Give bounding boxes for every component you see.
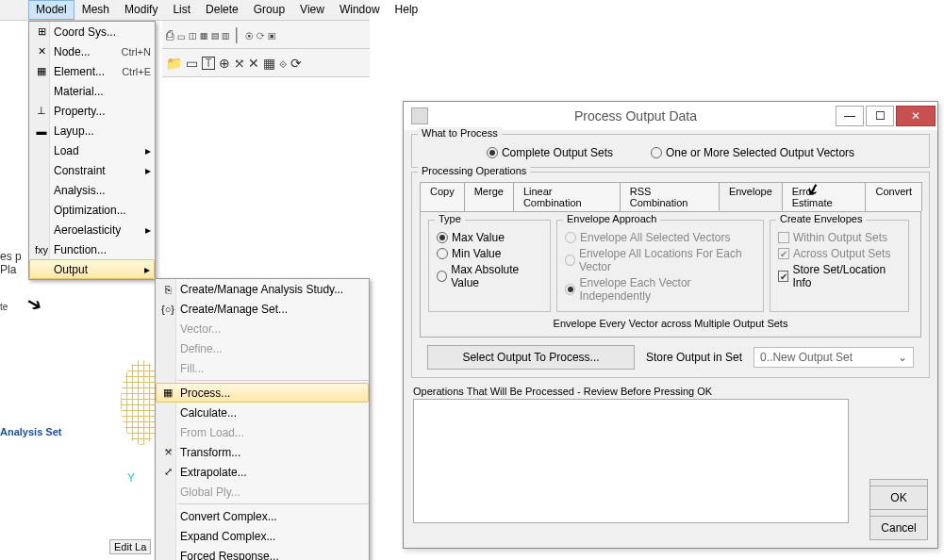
analysis-set-link[interactable]: Analysis Set xyxy=(0,426,61,437)
menu-window[interactable]: Window xyxy=(332,0,388,20)
menu-item-label: Global Ply... xyxy=(180,486,365,499)
menu-item-icon xyxy=(33,262,50,277)
menu-item-label: Forced Response... xyxy=(180,550,365,561)
output-menu-expand-complex-[interactable]: Expand Complex... xyxy=(156,526,369,546)
ok-button[interactable]: OK xyxy=(869,486,928,510)
output-menu-transform-[interactable]: ⤧Transform... xyxy=(156,442,369,462)
chk-store-info[interactable]: ✔Store Set/Location Info xyxy=(778,263,901,289)
menu-item-label: Extrapolate... xyxy=(180,466,365,479)
model-menu-node-[interactable]: ✕Node...Ctrl+N xyxy=(29,41,155,61)
y-axis-label: Y xyxy=(127,471,135,485)
maximize-button[interactable]: ☐ xyxy=(866,106,894,126)
model-menu-constraint[interactable]: Constraint▸ xyxy=(29,160,155,180)
model-menu-element-[interactable]: ▦Element...Ctrl+E xyxy=(29,61,155,81)
create-envelopes-group: Create Envelopes Within Output Sets ✔Acr… xyxy=(770,220,909,312)
menu-mesh[interactable]: Mesh xyxy=(75,0,117,20)
left-toolbar-col: 📂📘📊 xyxy=(0,21,27,549)
menu-item-label: Aeroelasticity xyxy=(54,223,151,237)
menu-item-icon: ▦ xyxy=(159,386,176,401)
menu-item-icon xyxy=(33,143,50,158)
model-menu-property-[interactable]: ⊥Property... xyxy=(29,101,155,121)
submenu-arrow-icon: ▸ xyxy=(145,164,151,177)
submenu-arrow-icon: ▸ xyxy=(145,223,151,237)
group-title: Create Envelopes xyxy=(776,213,866,224)
group-title: What to Process xyxy=(418,127,502,139)
close-button[interactable]: ✕ xyxy=(896,106,936,126)
menu-help[interactable]: Help xyxy=(388,0,426,20)
menu-item-icon: ⤧ xyxy=(159,445,176,460)
tab-merge[interactable]: Merge xyxy=(464,182,514,211)
menu-item-label: Create/Manage Set... xyxy=(180,303,365,316)
tab-copy[interactable]: Copy xyxy=(420,182,465,211)
model-menu-material-[interactable]: Material... xyxy=(29,81,155,101)
model-menu-analysis-[interactable]: Analysis... xyxy=(29,180,155,200)
menu-item-shortcut: Ctrl+N xyxy=(122,46,151,58)
output-submenu: ⎘Create/Manage Analysis Study...{○}Creat… xyxy=(155,278,370,560)
menu-item-icon xyxy=(159,509,176,524)
output-menu-process-[interactable]: ▦Process... xyxy=(156,383,369,403)
tab-rss-combination[interactable]: RSS Combination xyxy=(620,182,720,211)
output-menu-from-load-: From Load... xyxy=(156,422,369,442)
model-menu-layup-[interactable]: ▬Layup... xyxy=(29,121,155,140)
menu-view[interactable]: View xyxy=(292,0,332,20)
menu-item-label: Calculate... xyxy=(180,406,365,420)
menu-item-label: Convert Complex... xyxy=(180,510,365,523)
menu-modify[interactable]: Modify xyxy=(117,0,165,20)
model-menu-function-[interactable]: fxyFunction... xyxy=(29,239,155,259)
menu-item-label: From Load... xyxy=(180,426,365,439)
store-output-combo[interactable]: 0..New Output Set⌄ xyxy=(754,347,914,368)
menu-model[interactable]: Model xyxy=(28,0,75,20)
model-dropdown: ⊞Coord Sys...✕Node...Ctrl+N▦Element...Ct… xyxy=(28,21,156,280)
menu-item-icon: ✕ xyxy=(33,44,50,59)
menu-item-icon xyxy=(159,321,176,337)
menu-item-icon xyxy=(159,425,176,440)
output-menu-global-ply-: Global Ply... xyxy=(156,482,369,502)
output-menu-fill-: Fill... xyxy=(156,358,369,378)
radio-min-value[interactable]: Min Value xyxy=(437,247,542,260)
menu-item-label: Material... xyxy=(54,85,151,98)
radio-max-abs-value[interactable]: Max Absolute Value xyxy=(437,263,542,289)
menu-item-icon xyxy=(159,405,176,420)
model-menu-aeroelasticity[interactable]: Aeroelasticity▸ xyxy=(29,220,155,239)
output-menu-calculate-[interactable]: Calculate... xyxy=(156,403,369,422)
menu-item-label: Process... xyxy=(180,387,365,400)
menu-item-icon: ⊥ xyxy=(33,104,50,119)
tab-linear-combination[interactable]: Linear Combination xyxy=(513,182,621,211)
tab-convert[interactable]: Convert xyxy=(865,182,922,211)
output-menu-convert-complex-[interactable]: Convert Complex... xyxy=(156,506,369,526)
menu-item-label: Vector... xyxy=(180,322,365,336)
model-menu-coord-sys-[interactable]: ⊞Coord Sys... xyxy=(29,22,155,41)
output-menu-forced-response-[interactable]: Forced Response... xyxy=(156,546,369,560)
output-menu-define-: Define... xyxy=(156,338,369,358)
processing-ops-group: Processing Operations Copy Merge Linear … xyxy=(411,172,930,378)
store-output-label: Store Output in Set xyxy=(646,351,742,364)
menu-item-label: Function... xyxy=(54,243,151,256)
menu-item-icon xyxy=(33,203,50,218)
menu-list[interactable]: List xyxy=(165,0,198,20)
radio-max-value[interactable]: Max Value xyxy=(437,231,542,244)
approach-group: Envelope Approach Envelope All Selected … xyxy=(556,220,764,312)
output-menu-vector-: Vector... xyxy=(156,319,369,338)
output-menu-extrapolate-[interactable]: ⤢Extrapolate... xyxy=(156,462,369,482)
menu-item-icon xyxy=(159,529,176,544)
cancel-button[interactable]: Cancel xyxy=(869,516,928,540)
type-group: Type Max Value Min Value Max Absolute Va… xyxy=(428,220,551,312)
minimize-button[interactable]: — xyxy=(836,106,864,126)
output-menu-create-manage-analysis-study-[interactable]: ⎘Create/Manage Analysis Study... xyxy=(156,279,369,299)
tab-error-estimate[interactable]: Error Estimate xyxy=(782,182,867,211)
menu-delete[interactable]: Delete xyxy=(198,0,246,20)
operations-label: Operations That Will Be Processed - Revi… xyxy=(413,386,928,397)
model-menu-output[interactable]: Output▸ xyxy=(29,259,155,279)
output-menu-create-manage-set-[interactable]: {○}Create/Manage Set... xyxy=(156,299,369,319)
app-icon xyxy=(411,107,428,124)
model-menu-load[interactable]: Load▸ xyxy=(29,140,155,160)
menu-item-icon xyxy=(159,549,176,561)
radio-selected-vectors[interactable]: One or More Selected Output Vectors xyxy=(651,146,854,159)
menu-group[interactable]: Group xyxy=(246,0,292,20)
radio-complete-sets[interactable]: Complete Output Sets xyxy=(487,146,613,159)
tab-envelope[interactable]: Envelope xyxy=(719,182,783,211)
radio-all-selected: Envelope All Selected Vectors xyxy=(565,231,755,244)
operations-listbox[interactable] xyxy=(413,399,849,523)
model-menu-optimization-[interactable]: Optimization... xyxy=(29,200,155,220)
select-output-button[interactable]: Select Output To Process... xyxy=(427,345,635,370)
